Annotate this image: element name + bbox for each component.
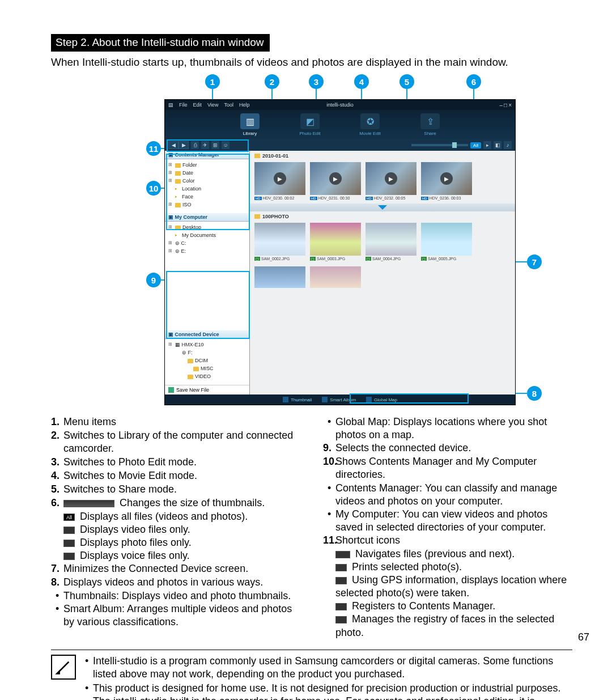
video-thumbnails: ▶HDHDV_0230. 00:02 ▶HDHDV_0231. 00:30 ▶H… [250, 161, 515, 203]
legend-inline-icon: All [63, 514, 75, 521]
panel-splitter[interactable] [250, 203, 515, 211]
tab-thumbnail[interactable]: Thumbnail [283, 397, 312, 402]
menu-view[interactable]: View [207, 102, 218, 108]
play-icon: ▶ [274, 172, 286, 185]
page-number: 67 [578, 631, 589, 643]
left-panel: ▣ Contents Manager Folder Date Color Loc… [165, 151, 250, 394]
folder-icon [254, 154, 260, 158]
mode-photo-edit[interactable]: ◩Photo Edit [293, 113, 327, 139]
connected-device-header[interactable]: ▣ Connected Device [165, 330, 249, 339]
print-icon[interactable]: ⎙ [191, 141, 199, 149]
tab-smart-album[interactable]: Smart Album [322, 397, 356, 402]
legend-sub: Thumbnails: Displays video and photo thu… [51, 589, 300, 603]
window-close[interactable]: × [508, 102, 512, 108]
tab-global-map[interactable]: Global Map [366, 397, 397, 402]
app-window: ▤ File Edit View Tool Help intelli-studi… [164, 99, 516, 405]
legend-item: 10.Shows Contents Manager and My Compute… [323, 455, 572, 481]
nav-next[interactable]: ▶ [178, 141, 189, 149]
legend-left-column: 1.Menu items2.Switches to Library of the… [51, 415, 300, 639]
filter-photo-icon[interactable]: ◧ [494, 141, 502, 149]
legend-sub: All Displays all files (videos and photo… [51, 510, 300, 523]
play-icon: ▶ [329, 172, 342, 185]
note-item: This product is designed for home use. I… [84, 682, 572, 700]
main-area: 2010-01-01 ▶HDHDV_0230. 00:02 ▶HDHDV_023… [250, 151, 515, 394]
menu-app-icon[interactable]: ▤ [168, 102, 173, 108]
folder-icon [254, 214, 260, 219]
thumbnail-size-slider[interactable] [411, 144, 468, 146]
mode-share[interactable]: ⇪Share [413, 113, 447, 139]
my-computer-header[interactable]: ▣ My Computer [165, 213, 249, 222]
register-icon[interactable]: ⊞ [211, 141, 219, 149]
menubar: ▤ File Edit View Tool Help intelli-studi… [165, 100, 515, 110]
mode-library[interactable]: ▥Library [233, 113, 267, 139]
mode-movie-edit[interactable]: ✪Movie Edit [353, 113, 387, 139]
globe-icon [366, 397, 372, 402]
face-icon[interactable]: ☺ [222, 141, 230, 149]
filter-video-icon[interactable]: ▸ [483, 141, 491, 149]
filter-all[interactable]: All [470, 142, 481, 149]
video-thumb[interactable]: ▶HDHDV_0231. 00:30 [310, 162, 361, 200]
legend-inline-icon [335, 564, 347, 571]
window-minimize[interactable]: – [500, 102, 503, 108]
diagram-wrapper: 1 2 3 4 5 6 11 10 9 7 8 ▤ File Edit View… [96, 74, 527, 405]
photo-thumb[interactable] [254, 266, 305, 288]
mode-bar: ▥Library ◩Photo Edit ✪Movie Edit ⇪Share [165, 110, 515, 139]
photo-thumb[interactable]: ▢SAM_0003.JPG [310, 223, 361, 261]
menu-file[interactable]: File [179, 102, 188, 108]
photo-header: 100PHOTO [250, 211, 515, 222]
album-icon [322, 397, 328, 402]
save-new-file[interactable]: Save New File [165, 385, 249, 394]
callout-2: 2 [265, 74, 279, 89]
legend-sub: Using GPS information, displays location… [323, 574, 572, 600]
nav-prev[interactable]: ◀ [168, 141, 178, 149]
legend-inline-icon [63, 540, 75, 547]
legend-sub: Smart Album: Arranges multiple videos an… [51, 603, 300, 629]
callout-8: 8 [527, 386, 542, 401]
legend-inline-icon [63, 553, 75, 560]
contents-manager-tree[interactable]: Folder Date Color Location Face ISO [165, 159, 249, 213]
legend-item: 6. Changes the size of thumbnails. [51, 497, 300, 510]
filter-voice-icon[interactable]: ♪ [504, 141, 512, 149]
window-maximize[interactable]: □ [504, 102, 507, 108]
photo-thumb[interactable]: ▢SAM_0004.JPG [366, 223, 416, 261]
photo-thumbnails: ▢SAM_0002.JPG ▢SAM_0003.JPG ▢SAM_0004.JP… [250, 222, 515, 264]
note-box: Intelli-studio is a program commonly use… [51, 650, 572, 700]
photo-thumb[interactable]: ▢SAM_0005.JPG [421, 223, 472, 261]
callout-3: 3 [309, 74, 324, 89]
legend-sub: Navigates files (previous and next). [323, 548, 572, 561]
my-computer-tree[interactable]: Desktop My Documents ⊜ C: ⊜ E: [165, 222, 249, 260]
toolbar: ◀ ▶ ⎙ ✈ ⊞ ☺ All ▸ ◧ ♪ [165, 139, 515, 151]
legend-sub: Prints selected photo(s). [323, 561, 572, 574]
legend-right-column: Global Map: Displays locations where you… [323, 415, 572, 639]
nav-buttons[interactable]: ◀ ▶ [168, 141, 189, 149]
legend-item: 8.Displays videos and photos in various … [51, 576, 300, 589]
photo-thumb[interactable] [310, 266, 361, 288]
connected-device-tree[interactable]: ▦ HMX-E10 ⊜ F: DCIM MISC VIDEO [165, 339, 249, 385]
legend-inline-icon [335, 603, 347, 610]
contents-manager-header[interactable]: ▣ Contents Manager [165, 151, 249, 159]
legend-sub: Global Map: Displays locations where you… [323, 415, 572, 442]
video-thumb[interactable]: ▶HDHDV_0232. 00:05 [366, 162, 416, 200]
legend-inline-icon [335, 616, 347, 623]
legend-item: 7.Minimizes the Connected Device screen. [51, 562, 300, 575]
gps-icon[interactable]: ✈ [201, 141, 209, 149]
video-thumb[interactable]: ▶HDHDV_0236. 00:03 [421, 162, 472, 200]
video-thumb[interactable]: ▶HDHDV_0230. 00:02 [254, 162, 305, 200]
legend-item: 1.Menu items [51, 415, 300, 429]
menu-tool[interactable]: Tool [224, 102, 233, 108]
legend: 1.Menu items2.Switches to Library of the… [51, 415, 572, 639]
legend-inline-icon [63, 500, 114, 507]
legend-inline-icon [335, 577, 347, 584]
photo-thumb[interactable]: ▢SAM_0002.JPG [254, 223, 305, 261]
legend-item: 3.Switches to Photo Edit mode. [51, 456, 300, 469]
legend-sub: Displays voice files only. [51, 549, 300, 562]
legend-sub: Manages the registry of faces in the sel… [323, 613, 572, 639]
legend-sub: Contents Manager: You can classify and m… [323, 482, 572, 508]
callout-6: 6 [466, 74, 481, 89]
menu-help[interactable]: Help [239, 102, 250, 108]
legend-sub: Displays video files only. [51, 523, 300, 536]
menu-edit[interactable]: Edit [193, 102, 202, 108]
legend-inline-icon [63, 527, 75, 534]
intro-text: When Intelli-studio starts up, thumbnail… [51, 56, 572, 69]
step-heading: Step 2. About the Intelli-studio main wi… [51, 34, 270, 52]
